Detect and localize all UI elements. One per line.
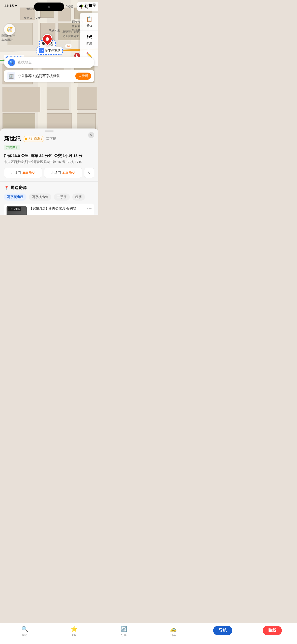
office-banner[interactable]: 🏢 办公推荐！热门写字楼租售 去看看: [4, 70, 94, 82]
wifi-icon: ▲: [84, 4, 87, 8]
notification-icon: 📋: [85, 15, 93, 23]
parking-p-icon: P: [39, 48, 44, 53]
building-11: [3, 87, 40, 112]
map-pin: [42, 34, 52, 44]
listing-card[interactable]: 经纪人推荐 【实拍真房】带办公家具 有钥匙 ... •••: [4, 204, 94, 215]
type-badge: 写字楼: [46, 137, 56, 141]
parking-label-box: P 地下停车场: [37, 47, 63, 55]
dynamic-island-camera: [48, 6, 50, 8]
merchant-badge[interactable]: 入驻商家 ›: [23, 136, 44, 142]
merchant-chevron-icon: ›: [41, 137, 42, 140]
listing-agent-badge: 经纪人推荐: [8, 207, 21, 211]
location-arrow-icon: ➤: [15, 4, 17, 7]
entry-1-label: 北 1门: [11, 171, 21, 175]
status-icons: ▲: [78, 4, 94, 8]
bottom-sheet: ✕ 新世纪 入驻商家 › 写字楼 方便停车 距你 16.0 公里 驾车 34 分…: [0, 128, 98, 215]
building-12: [47, 87, 69, 110]
nearby-section: 📍 周边房源 写字楼出租 写字楼出售 二手房 租房 经纪人推荐 【实拍真房】带办…: [0, 185, 98, 215]
search-icon: 🔍: [8, 59, 15, 66]
merchant-diamond-icon: [24, 137, 27, 140]
expand-chevron-icon: ∨: [88, 170, 91, 176]
banner-go-button[interactable]: 去看看: [75, 73, 91, 80]
tab-office-sell[interactable]: 写字楼出售: [29, 194, 51, 201]
entry-1-button[interactable]: 北 1门 48% 到达: [4, 168, 42, 178]
tag-row: 方便停车: [4, 145, 94, 150]
nearby-title-text: 周边房源: [11, 185, 27, 190]
banner-office-icon: 🏢: [7, 72, 15, 80]
convenient-parking-tag: 方便停车: [4, 145, 20, 150]
pin-inner: [45, 37, 50, 42]
chart-icon: 📊: [67, 45, 70, 47]
signal-icon: [78, 4, 82, 7]
listing-image: 经纪人推荐: [7, 206, 27, 215]
tab-rent[interactable]: 租房: [72, 194, 85, 201]
battery-icon: [89, 4, 94, 7]
entry-2-label: 北 2门: [51, 171, 61, 175]
map-label-kaifa: 凯发大厦: [49, 28, 60, 32]
notification-panel-item[interactable]: 📋 通知: [80, 13, 98, 30]
building-16: [77, 113, 96, 130]
map-label-qiuji: 邱记开心涮涮星光直营店附近: [62, 30, 82, 38]
compass-button[interactable]: 🧭: [4, 24, 15, 35]
listing-more-icon[interactable]: •••: [87, 206, 92, 215]
tab-office-rent[interactable]: 写字楼出租: [4, 194, 26, 201]
sheet-header: 新世纪 入驻商家 › 写字楼 方便停车 距你 16.0 公里 驾车 34 分钟 …: [0, 132, 98, 164]
entry-2-percent: 31% 到达: [62, 171, 75, 175]
divider-1: [0, 181, 98, 182]
entry-2-button[interactable]: 北 2门 31% 到达: [44, 168, 82, 178]
banner-text: 办公推荐！热门写字楼租售: [18, 74, 73, 78]
dynamic-island: [34, 3, 64, 11]
layers-panel-item[interactable]: 🗺 图层: [80, 30, 98, 48]
address-text: 未央区西安经济技术开发区凤城二路 16 号 17 楼 1710: [4, 160, 94, 164]
housing-tab-row: 写字楼出租 写字楼出售 二手房 租房: [4, 194, 94, 201]
building-13: [77, 87, 97, 110]
map-area[interactable]: 海洋小区 3幢 3号楼 6号楼 陕西省公安厅 西安市市监督管理经开区分 凯发大厦…: [0, 0, 98, 136]
search-bar[interactable]: 🔍 查找地点: [4, 57, 94, 68]
poi-orange-dot: 📊: [67, 45, 70, 47]
entry-1-percent: 48% 到达: [22, 171, 35, 175]
map-label-shaanxi: 陕西省公安厅: [24, 16, 41, 20]
sheet-close-button[interactable]: ✕: [88, 132, 94, 138]
sheet-title: 新世纪: [4, 135, 21, 143]
poi-label-starbucks[interactable]: 📊: [65, 44, 72, 48]
distance-row: 距你 16.0 公里 驾车 34 分钟 公交 1小时 18 分: [4, 153, 94, 158]
sheet-title-row: 新世纪 入驻商家 › 写字楼: [4, 135, 94, 143]
tab-second-hand[interactable]: 二手房: [54, 194, 70, 201]
search-placeholder: 查找地点: [18, 60, 32, 65]
notification-label: 通知: [86, 24, 92, 28]
layers-icon: 🗺: [85, 33, 93, 41]
nearby-title: 📍 周边房源: [4, 185, 94, 190]
compass-icon: 🧭: [7, 26, 13, 33]
layers-label: 图层: [86, 42, 92, 46]
entry-expand-button[interactable]: ∨: [84, 168, 94, 178]
transit-time-text: 公交 1小时 18 分: [54, 153, 83, 158]
entry-row: 北 1门 48% 到达 北 2门 31% 到达 ∨: [4, 168, 94, 178]
pin-circle: [40, 32, 55, 46]
nearby-pin-icon: 📍: [4, 185, 9, 190]
distance-text: 距你 16.0 公里: [4, 153, 29, 158]
merchant-label: 入驻商家: [28, 137, 40, 141]
drive-time-text: 驾车 34 分钟: [31, 153, 52, 158]
listing-text: 【实拍真房】带办公家具 有钥匙 ...: [29, 206, 84, 215]
status-time: 11:15 ➤: [4, 4, 17, 8]
